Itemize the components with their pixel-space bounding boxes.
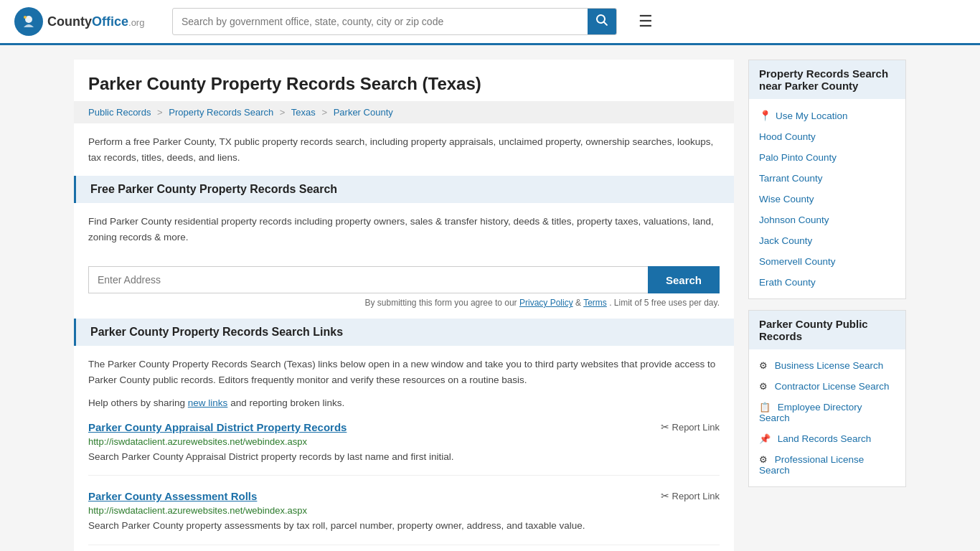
logo-icon bbox=[14, 7, 43, 36]
address-search-button[interactable]: Search bbox=[648, 266, 720, 293]
links-desc: The Parker County Property Records Searc… bbox=[88, 357, 720, 387]
logo-text: CountyOffice.org bbox=[47, 14, 144, 29]
new-links-link[interactable]: new links bbox=[188, 397, 228, 408]
new-links-line: Help others by sharing new links and rep… bbox=[88, 395, 720, 411]
menu-button[interactable]: ☰ bbox=[639, 12, 653, 31]
sidebar-item-business-license[interactable]: ⚙ Business License Search bbox=[749, 355, 905, 376]
public-records-header: Parker County Public Records bbox=[749, 311, 905, 349]
sidebar-item-professional-license[interactable]: ⚙ Professional License Search bbox=[749, 449, 905, 481]
address-search-form: Search By submitting this form you agree… bbox=[74, 255, 734, 319]
record-item: Parker County Assessment Rolls ✂ Report … bbox=[88, 490, 720, 545]
record-url-2: http://iswdataclient.azurewebsites.net/w… bbox=[88, 505, 720, 516]
sidebar-item-johnson-county[interactable]: Johnson County bbox=[749, 209, 905, 230]
page-description: Perform a free Parker County, TX public … bbox=[74, 123, 734, 176]
sidebar-item-employee-directory[interactable]: 📋 Employee Directory Search bbox=[749, 397, 905, 428]
breadcrumb-public-records[interactable]: Public Records bbox=[88, 107, 151, 118]
report-link-2[interactable]: ✂ Report Link bbox=[661, 490, 720, 501]
svg-point-2 bbox=[24, 16, 27, 19]
report-link-1[interactable]: ✂ Report Link bbox=[661, 421, 720, 433]
privacy-policy-link[interactable]: Privacy Policy bbox=[519, 298, 573, 308]
free-search-desc: Find Parker County residential property … bbox=[74, 203, 734, 255]
contractor-icon: ⚙ bbox=[759, 381, 768, 392]
record-title-1: Parker County Appraisal District Propert… bbox=[88, 421, 347, 433]
address-search-row: Search bbox=[88, 266, 720, 293]
breadcrumb: Public Records > Property Records Search… bbox=[74, 101, 734, 123]
professional-icon: ⚙ bbox=[759, 454, 768, 465]
record-desc-2: Search Parker County property assessment… bbox=[88, 519, 720, 533]
global-search-button[interactable] bbox=[588, 9, 616, 34]
public-records-box: Parker County Public Records ⚙ Business … bbox=[748, 310, 906, 487]
form-note: By submitting this form you agree to our… bbox=[88, 298, 720, 308]
nearby-counties-content: 📍 Use My Location Hood County Palo Pinto… bbox=[749, 99, 905, 298]
global-search-input[interactable] bbox=[173, 10, 588, 33]
report-icon-1: ✂ bbox=[661, 421, 669, 433]
employee-icon: 📋 bbox=[759, 402, 771, 413]
terms-link[interactable]: Terms bbox=[583, 298, 607, 308]
record-item: Parker County Appraisal District Propert… bbox=[88, 421, 720, 476]
site-header: CountyOffice.org ☰ bbox=[0, 0, 980, 45]
use-my-location-item[interactable]: 📍 Use My Location bbox=[749, 105, 905, 126]
record-title-2: Parker County Assessment Rolls bbox=[88, 490, 257, 502]
nearby-counties-box: Property Records Search near Parker Coun… bbox=[748, 60, 906, 299]
sidebar-item-tarrant-county[interactable]: Tarrant County bbox=[749, 168, 905, 189]
address-input[interactable] bbox=[88, 266, 648, 293]
links-section-header: Parker County Property Records Search Li… bbox=[74, 319, 734, 346]
sidebar-item-hood-county[interactable]: Hood County bbox=[749, 126, 905, 147]
business-icon: ⚙ bbox=[759, 360, 768, 371]
links-section: The Parker County Property Records Searc… bbox=[74, 346, 734, 551]
sidebar-item-palo-pinto-county[interactable]: Palo Pinto County bbox=[749, 147, 905, 168]
free-search-header: Free Parker County Property Records Sear… bbox=[74, 176, 734, 203]
breadcrumb-property-records[interactable]: Property Records Search bbox=[169, 107, 273, 118]
location-icon: 📍 bbox=[759, 110, 771, 121]
page-container: Parker County Property Records Search (T… bbox=[60, 45, 920, 551]
breadcrumb-parker-county[interactable]: Parker County bbox=[334, 107, 393, 118]
page-title: Parker County Property Records Search (T… bbox=[74, 60, 734, 101]
sidebar-item-jack-county[interactable]: Jack County bbox=[749, 230, 905, 251]
report-icon-2: ✂ bbox=[661, 490, 669, 501]
nearby-counties-header: Property Records Search near Parker Coun… bbox=[749, 60, 905, 99]
sidebar: Property Records Search near Parker Coun… bbox=[748, 60, 906, 551]
record-link-2[interactable]: Parker County Assessment Rolls bbox=[88, 490, 257, 502]
sidebar-item-erath-county[interactable]: Erath County bbox=[749, 272, 905, 293]
public-records-content: ⚙ Business License Search ⚙ Contractor L… bbox=[749, 349, 905, 486]
record-link-1[interactable]: Parker County Appraisal District Propert… bbox=[88, 421, 347, 433]
sidebar-item-land-records[interactable]: 📌 Land Records Search bbox=[749, 428, 905, 449]
record-url-1: http://iswdataclient.azurewebsites.net/w… bbox=[88, 436, 720, 447]
main-content: Parker County Property Records Search (T… bbox=[74, 60, 734, 551]
sidebar-item-contractor-license[interactable]: ⚙ Contractor License Search bbox=[749, 376, 905, 397]
use-my-location-link[interactable]: Use My Location bbox=[776, 110, 848, 121]
sidebar-item-wise-county[interactable]: Wise County bbox=[749, 189, 905, 209]
logo-area: CountyOffice.org bbox=[14, 7, 158, 36]
record-desc-1: Search Parker County Appraisal District … bbox=[88, 450, 720, 464]
global-search-bar[interactable] bbox=[172, 8, 617, 35]
breadcrumb-texas[interactable]: Texas bbox=[291, 107, 316, 118]
sidebar-item-somervell-county[interactable]: Somervell County bbox=[749, 251, 905, 272]
land-icon: 📌 bbox=[759, 433, 771, 444]
